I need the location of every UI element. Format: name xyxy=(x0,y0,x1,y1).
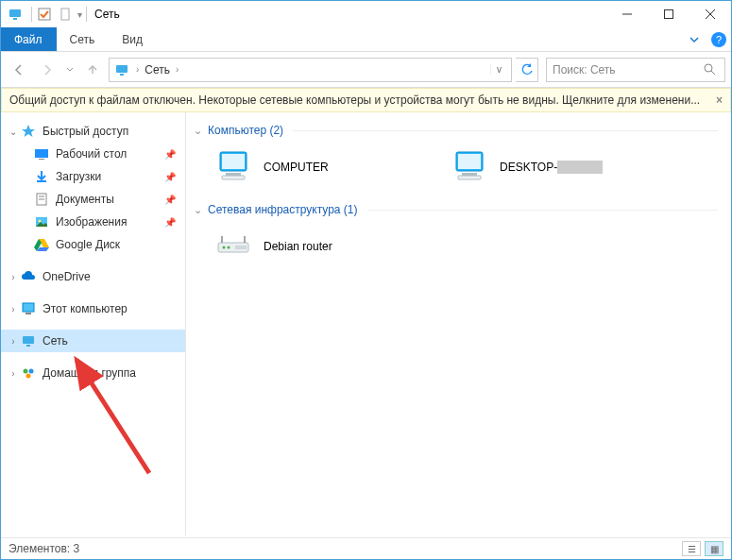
window-title: Сеть xyxy=(94,8,120,21)
address-dropdown[interactable]: v xyxy=(490,64,507,75)
tree-label: Изображения xyxy=(56,215,127,229)
view-icons-button[interactable]: ▦ xyxy=(705,541,723,556)
documents-icon xyxy=(33,191,50,208)
pictures-icon xyxy=(33,213,50,230)
chevron-right-icon[interactable]: › xyxy=(134,64,141,75)
group-header-computers[interactable]: ⌄ Компьютер (2) xyxy=(194,124,718,137)
tab-view[interactable]: Вид xyxy=(109,27,157,51)
tree-google-drive[interactable]: Google Диск xyxy=(1,233,185,256)
checkbox-icon[interactable] xyxy=(36,6,53,23)
tree-documents[interactable]: Документы 📌 xyxy=(1,188,185,211)
chevron-right-icon[interactable]: › xyxy=(7,368,20,379)
chevron-right-icon[interactable]: › xyxy=(7,304,20,314)
tree-desktop[interactable]: Рабочий стол 📌 xyxy=(1,143,185,165)
group-header-infra[interactable]: ⌄ Сетевая инфраструктура (1) xyxy=(194,203,718,216)
minimize-button[interactable] xyxy=(606,1,648,27)
tree-label: Домашняя группа xyxy=(43,366,136,380)
tab-network[interactable]: Сеть xyxy=(57,27,110,51)
network-icon xyxy=(7,6,24,23)
close-button[interactable] xyxy=(689,1,731,27)
chevron-down-icon[interactable]: ⌄ xyxy=(194,204,202,216)
desktop-icon xyxy=(33,145,50,162)
document-icon[interactable] xyxy=(57,6,74,23)
close-icon[interactable]: × xyxy=(710,93,723,107)
window-controls xyxy=(606,1,731,27)
svg-rect-30 xyxy=(222,176,245,179)
refresh-button[interactable] xyxy=(516,58,538,82)
info-text: Общий доступ к файлам отключен. Некоторы… xyxy=(9,93,700,107)
recent-dropdown[interactable] xyxy=(63,58,77,82)
tab-file[interactable]: Файл xyxy=(1,27,57,51)
item-computer[interactable]: COMPUTER xyxy=(211,144,428,190)
svg-rect-22 xyxy=(23,336,34,344)
item-label: COMPUTER xyxy=(264,161,329,174)
svg-rect-38 xyxy=(235,246,247,249)
tree-label: Быстрый доступ xyxy=(43,125,128,138)
separator xyxy=(293,130,718,131)
search-icon[interactable] xyxy=(704,63,719,76)
info-bar[interactable]: Общий доступ к файлам отключен. Некоторы… xyxy=(1,88,731,112)
view-details-button[interactable]: ☰ xyxy=(682,541,701,556)
chevron-right-icon[interactable]: › xyxy=(174,64,180,75)
svg-rect-23 xyxy=(26,345,30,347)
computer-icon xyxy=(20,300,37,317)
breadcrumb[interactable]: Сеть xyxy=(141,63,174,76)
tree-onedrive[interactable]: › OneDrive xyxy=(1,265,185,288)
svg-point-24 xyxy=(24,369,28,374)
item-label: DESKTOP-XXXXXX xyxy=(500,161,603,174)
pin-icon: 📌 xyxy=(164,172,176,182)
svg-rect-3 xyxy=(61,8,69,20)
computer-icon xyxy=(214,148,252,186)
dropdown-caret[interactable]: ▾ xyxy=(77,9,82,20)
chevron-right-icon[interactable]: › xyxy=(7,336,20,347)
pin-icon: 📌 xyxy=(164,217,176,228)
maximize-button[interactable] xyxy=(648,1,689,27)
tree-label: OneDrive xyxy=(43,270,91,283)
nav-bar: › Сеть › v Поиск: Сеть xyxy=(1,52,731,88)
back-button[interactable] xyxy=(7,58,31,82)
status-text: Элементов: 3 xyxy=(9,542,79,555)
svg-line-11 xyxy=(711,71,715,75)
network-icon xyxy=(20,332,37,349)
tree-pictures[interactable]: Изображения 📌 xyxy=(1,211,185,233)
svg-point-37 xyxy=(228,246,230,249)
chevron-right-icon[interactable]: › xyxy=(7,272,20,282)
homegroup-icon xyxy=(20,365,37,382)
pin-icon: 📌 xyxy=(164,149,176,160)
tree-network[interactable]: › Сеть xyxy=(1,330,185,352)
status-bar: Элементов: 3 ☰ ▦ xyxy=(1,537,731,559)
forward-button[interactable] xyxy=(35,58,60,82)
svg-rect-34 xyxy=(458,176,481,179)
svg-point-26 xyxy=(26,374,31,379)
item-desktop-pc[interactable]: DESKTOP-XXXXXX xyxy=(447,144,664,190)
item-router[interactable]: Debian router xyxy=(211,224,428,269)
tree-label: Сеть xyxy=(43,334,68,348)
svg-rect-32 xyxy=(458,154,481,169)
ribbon-expand-button[interactable] xyxy=(682,27,706,51)
svg-rect-28 xyxy=(222,154,245,169)
svg-rect-9 xyxy=(120,74,124,76)
svg-rect-1 xyxy=(13,18,17,20)
svg-rect-8 xyxy=(116,65,128,73)
star-icon xyxy=(20,123,37,140)
help-button[interactable]: ? xyxy=(706,27,731,51)
tree-label: Документы xyxy=(56,193,114,206)
google-drive-icon xyxy=(33,236,50,253)
search-box[interactable]: Поиск: Сеть xyxy=(546,58,725,82)
tree-this-pc[interactable]: › Этот компьютер xyxy=(1,297,185,320)
ribbon-tabs: Файл Сеть Вид ? xyxy=(1,27,731,52)
svg-rect-20 xyxy=(23,303,34,312)
chevron-down-icon[interactable]: ⌄ xyxy=(7,127,20,137)
up-button[interactable] xyxy=(80,58,105,82)
network-icon xyxy=(113,61,130,78)
tree-quick-access[interactable]: ⌄ Быстрый доступ xyxy=(1,120,185,143)
tree-homegroup[interactable]: › Домашняя группа xyxy=(1,362,185,384)
search-placeholder: Поиск: Сеть xyxy=(553,63,704,76)
address-bar[interactable]: › Сеть › v xyxy=(109,58,512,82)
tree-label: Google Диск xyxy=(56,238,120,251)
separator xyxy=(31,7,32,22)
item-label: Debian router xyxy=(264,240,332,253)
chevron-down-icon[interactable]: ⌄ xyxy=(194,125,202,137)
tree-label: Этот компьютер xyxy=(43,302,128,315)
tree-downloads[interactable]: Загрузки 📌 xyxy=(1,165,185,188)
